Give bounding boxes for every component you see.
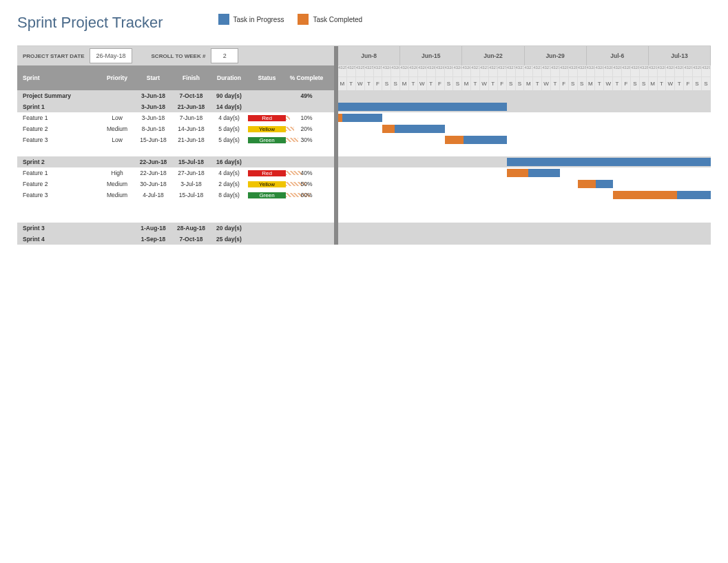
- timeline-serial: 43267: [445, 65, 454, 76]
- gantt-row: [338, 201, 711, 212]
- cell: 7-Oct-18: [172, 92, 210, 99]
- gantt-pane: Jun-8Jun-15Jun-22Jun-29Jul-6Jul-13 43255…: [334, 46, 711, 245]
- timeline-serial: 43259: [374, 65, 383, 76]
- timeline-day: W: [542, 76, 551, 90]
- table-row[interactable]: Sprint 13-Jun-1821-Jun-1814 day(s): [17, 101, 334, 112]
- timeline-serial: 43282: [578, 65, 587, 76]
- table-row[interactable]: Sprint 41-Sep-187-Oct-1825 day(s): [17, 234, 334, 245]
- timeline-day: T: [365, 76, 374, 90]
- gantt-bar-completed: [613, 191, 677, 199]
- gantt-bar-progress: [342, 114, 382, 122]
- timeline-weeks: Jun-8Jun-15Jun-22Jun-29Jul-6Jul-13: [338, 46, 711, 65]
- table-row[interactable]: Sprint 31-Aug-1828-Aug-1820 day(s): [17, 223, 334, 234]
- timeline-week: Jun-22: [462, 46, 524, 65]
- cell: 20%: [286, 125, 327, 132]
- cell: Feature 1: [17, 114, 100, 121]
- cell: 2 day(s): [210, 181, 248, 187]
- timeline-serial: 43258: [365, 65, 374, 76]
- table-row[interactable]: Feature 2Medium30-Jun-183-Jul-182 day(s)…: [17, 178, 334, 190]
- cell: 49%: [286, 92, 327, 99]
- timeline-day: S: [391, 76, 400, 90]
- timeline-serial: 43293: [675, 65, 684, 76]
- cell: Green: [248, 137, 286, 143]
- gantt-bar-progress: [677, 191, 711, 199]
- left-pane: PROJECT START DATE 26-May-18 SCROLL TO W…: [17, 46, 334, 245]
- table-row[interactable]: Project Summary3-Jun-187-Oct-1890 day(s)…: [17, 90, 334, 101]
- gantt-bar-progress: [596, 180, 614, 188]
- timeline-day: S: [453, 76, 462, 90]
- timeline-day: M: [462, 76, 471, 90]
- cell: Sprint 3: [17, 225, 100, 232]
- gantt-row: [338, 212, 711, 223]
- timeline-serial: 43289: [640, 65, 649, 76]
- cell: 4 day(s): [210, 170, 248, 176]
- cell: Yellow: [248, 126, 286, 132]
- table-row[interactable]: Feature 3Medium4-Jul-1815-Jul-188 day(s)…: [17, 190, 334, 201]
- timeline-day: T: [533, 76, 542, 90]
- col-sprint: Sprint: [17, 73, 100, 83]
- timeline-day: F: [374, 76, 383, 90]
- gantt-row: [338, 156, 711, 167]
- gantt-row: [338, 134, 711, 145]
- cell: Medium: [100, 181, 134, 187]
- cell: 21-Jun-18: [172, 103, 210, 110]
- gantt-row: [338, 123, 711, 134]
- cell: 14-Jun-18: [172, 125, 210, 132]
- cell: 90 day(s): [210, 92, 248, 99]
- cell: Red: [248, 170, 286, 176]
- timeline-day: T: [551, 76, 560, 90]
- timeline-serial: 43276: [524, 65, 533, 76]
- spacer-row: [17, 212, 334, 223]
- cell: 8 day(s): [210, 192, 248, 198]
- cell: Low: [100, 114, 134, 121]
- table-row[interactable]: Feature 1Low3-Jun-187-Jun-184 day(s)Red1…: [17, 112, 334, 123]
- gantt-row: [338, 101, 711, 112]
- timeline-serial: 43273: [498, 65, 507, 76]
- table-row[interactable]: Feature 1High22-Jun-1827-Jun-184 day(s)R…: [17, 167, 334, 178]
- cell: 3-Jun-18: [134, 103, 172, 110]
- cell: 27-Jun-18: [172, 170, 210, 176]
- cell: 30%: [286, 136, 327, 143]
- cell: 15-Jul-18: [172, 192, 210, 198]
- column-headers: Sprint Priority Start Finish Duration St…: [17, 65, 334, 90]
- gantt-row: [338, 167, 711, 178]
- timeline-days: MTWTFSSMTWTFSSMTWTFSSMTWTFSSMTWTFSSMTWTF…: [338, 76, 711, 90]
- cell: 4-Jul-18: [134, 192, 172, 198]
- cell: 5 day(s): [210, 125, 248, 132]
- timeline-day: F: [560, 76, 569, 90]
- timeline-day: F: [622, 76, 631, 90]
- timeline-day: S: [631, 76, 640, 90]
- timeline-serials: 4325543256432574325843259432604326143262…: [338, 65, 711, 76]
- timeline-day: M: [400, 76, 409, 90]
- legend-progress: Task in Progress: [218, 14, 284, 25]
- cell: Medium: [100, 125, 134, 132]
- page-title: Sprint Project Tracker: [17, 14, 163, 32]
- timeline-serial: 43294: [684, 65, 693, 76]
- timeline-day: W: [666, 76, 675, 90]
- timeline-day: W: [356, 76, 365, 90]
- cell: Feature 1: [17, 170, 100, 176]
- table-row[interactable]: Feature 2Medium8-Jun-1814-Jun-185 day(s)…: [17, 123, 334, 134]
- timeline-serial: 43283: [587, 65, 596, 76]
- col-status: Status: [248, 73, 286, 83]
- timeline-day: T: [675, 76, 684, 90]
- col-duration: Duration: [210, 73, 248, 83]
- timeline-day: S: [445, 76, 454, 90]
- table-row[interactable]: Sprint 222-Jun-1815-Jul-1816 day(s): [17, 156, 334, 167]
- timeline-serial: 43292: [666, 65, 675, 76]
- table-row[interactable]: Feature 3Low15-Jun-1821-Jun-185 day(s)Gr…: [17, 134, 334, 145]
- timeline-day: S: [507, 76, 516, 90]
- scroll-week-input[interactable]: 2: [211, 48, 238, 63]
- timeline-day: T: [347, 76, 356, 90]
- cell: Yellow: [248, 181, 286, 187]
- gantt-rows: [338, 90, 711, 245]
- timeline-serial: 43286: [613, 65, 622, 76]
- timeline-day: T: [471, 76, 480, 90]
- tracker: PROJECT START DATE 26-May-18 SCROLL TO W…: [17, 45, 711, 245]
- timeline-serial: 43274: [507, 65, 516, 76]
- start-date-input[interactable]: 26-May-18: [90, 48, 132, 63]
- completed-swatch-icon: [298, 14, 309, 25]
- cell: 21-Jun-18: [172, 136, 210, 143]
- data-rows: Project Summary3-Jun-187-Oct-1890 day(s)…: [17, 90, 334, 245]
- start-date-label: PROJECT START DATE: [17, 46, 90, 65]
